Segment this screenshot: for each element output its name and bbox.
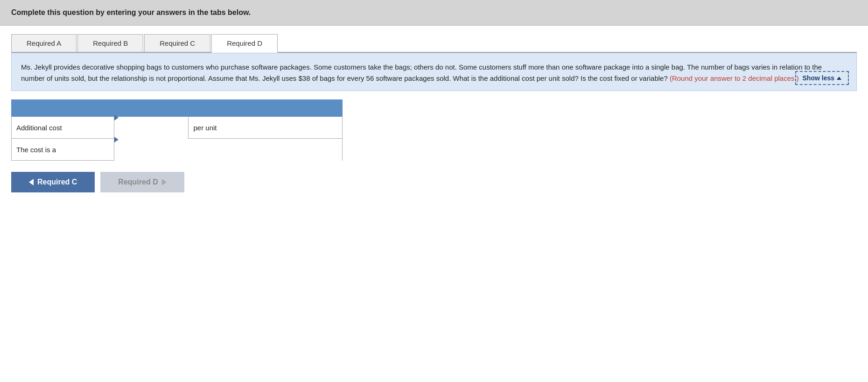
row1-label: Additional cost [12,117,114,139]
question-text: Ms. Jekyll provides decorative shopping … [21,62,847,84]
row1-input[interactable] [114,121,189,142]
answer-section: Additional cost per unit The cost is a [11,99,857,161]
table-row: Additional cost per unit [12,117,343,139]
prev-label: Required C [37,178,77,186]
header-col-1 [12,100,114,117]
tab-bar: Required A Required B Required C Require… [11,34,857,53]
tab-required-b[interactable]: Required B [77,34,143,52]
answer-table: Additional cost per unit The cost is a [11,99,343,161]
next-label: Required D [118,178,158,186]
prev-button[interactable]: Required C [11,172,95,192]
header-col-3 [189,100,343,117]
table-header-row [12,100,343,117]
nav-buttons: Required C Required D [11,172,857,192]
page-wrapper: Complete this question by entering your … [0,0,868,192]
header-col-2 [114,100,189,117]
question-area: Ms. Jekyll provides decorative shopping … [11,53,857,91]
question-note: (Round your answer to 2 decimal places.) [670,74,799,82]
tri-indicator-icon [114,115,119,120]
next-button[interactable]: Required D [100,172,184,192]
instruction-bar: Complete this question by entering your … [0,0,868,26]
show-less-button[interactable]: Show less [795,71,849,85]
row2-input[interactable] [114,143,342,164]
row1-text: per unit [189,117,343,139]
tab-required-a[interactable]: Required A [11,34,77,52]
instruction-text: Complete this question by entering your … [11,8,251,16]
row2-label: The cost is a [12,139,114,161]
arrow-up-icon [837,77,841,80]
tri-indicator-icon [114,137,119,142]
tab-required-c[interactable]: Required C [144,34,210,52]
row1-input-cell [114,117,189,139]
arrow-left-icon [29,179,34,185]
tab-required-d[interactable]: Required D [211,34,278,53]
arrow-right-icon [162,179,167,185]
show-less-label: Show less [803,74,834,82]
